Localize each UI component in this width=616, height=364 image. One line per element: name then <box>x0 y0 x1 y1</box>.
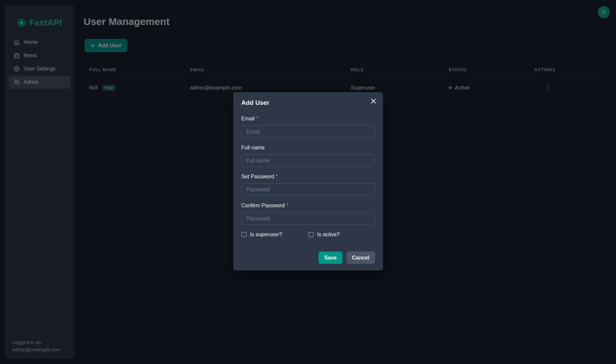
full-name-label: Full name <box>241 145 375 151</box>
app-root: FastAPI Home Items User Settings <box>0 0 616 364</box>
confirm-password-label: Confirm Password* <box>241 203 375 209</box>
is-active-option: Is active? <box>308 232 340 238</box>
cancel-button[interactable]: Cancel <box>346 252 375 264</box>
set-password-label: Set Password* <box>241 174 375 180</box>
set-password-field[interactable] <box>241 183 375 196</box>
save-button[interactable]: Save <box>318 252 342 264</box>
close-icon <box>371 98 376 104</box>
checkbox-row: Is superuser? Is active? <box>241 232 375 238</box>
is-active-checkbox[interactable] <box>308 232 314 237</box>
is-superuser-checkbox[interactable] <box>241 232 247 237</box>
required-asterisk: * <box>287 203 289 208</box>
required-asterisk: * <box>276 174 278 179</box>
is-superuser-label: Is superuser? <box>250 232 282 238</box>
add-user-modal: Add User Email* Full name Set Password* … <box>233 92 383 271</box>
is-superuser-option: Is superuser? <box>241 232 308 238</box>
is-active-label: Is active? <box>317 232 340 238</box>
modal-close-button[interactable] <box>368 96 378 106</box>
modal-title: Add User <box>241 99 375 106</box>
email-label: Email* <box>241 116 375 122</box>
email-field[interactable] <box>241 125 375 138</box>
required-asterisk: * <box>256 116 258 121</box>
confirm-password-field[interactable] <box>241 212 375 225</box>
modal-footer: Save Cancel <box>241 252 375 264</box>
full-name-field[interactable] <box>241 154 375 167</box>
